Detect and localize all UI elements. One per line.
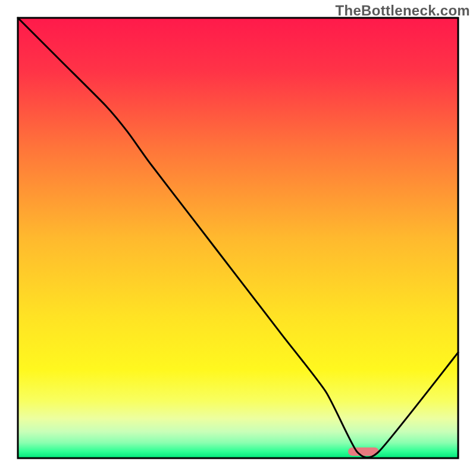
chart-container: TheBottleneck.com (0, 0, 476, 476)
bottleneck-chart (0, 0, 476, 476)
watermark-text: TheBottleneck.com (336, 2, 470, 19)
